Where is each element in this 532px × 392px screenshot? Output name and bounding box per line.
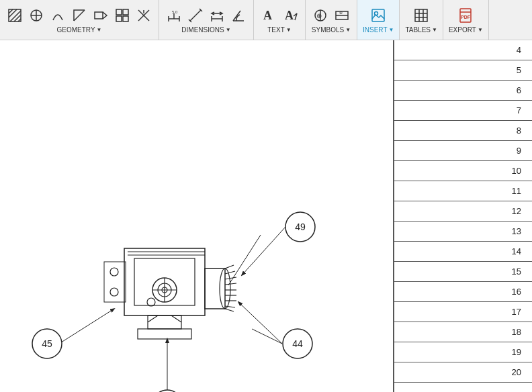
symbols-icon[interactable]: ⊕ <box>311 6 330 25</box>
svg-rect-40 <box>372 9 384 21</box>
export-pdf-icon[interactable]: PDF <box>456 6 475 25</box>
geometry-label[interactable]: GEOMETRY ▼ <box>57 26 102 34</box>
svg-rect-11 <box>116 9 122 15</box>
toolbar-group-symbols: ⊕ ⊕ SYMBOLS ▼ <box>306 0 357 40</box>
text-dropdown-arrow[interactable]: ▼ <box>286 27 292 33</box>
tables-icon[interactable] <box>412 6 431 25</box>
svg-point-53 <box>110 268 118 276</box>
leader-text-icon[interactable]: A <box>281 6 300 25</box>
svg-line-78 <box>242 227 285 275</box>
export-dropdown-arrow[interactable]: ▼ <box>478 27 483 33</box>
table-row[interactable]: 12 <box>394 201 532 222</box>
tables-label[interactable]: TABLES ▼ <box>405 26 437 34</box>
table-row[interactable]: 4 <box>394 40 532 60</box>
svg-rect-77 <box>138 329 191 339</box>
arc-icon[interactable] <box>48 6 67 25</box>
table-row[interactable]: 20 <box>394 362 532 383</box>
svg-line-73 <box>148 315 158 322</box>
svg-text:49: 49 <box>295 222 306 232</box>
svg-rect-12 <box>123 9 128 15</box>
table-row[interactable]: 11 <box>394 181 532 201</box>
svg-text:45: 45 <box>42 338 52 349</box>
table-row[interactable]: 19 <box>394 342 532 362</box>
svg-line-64 <box>225 271 235 274</box>
sym2-icon[interactable]: ⊕ <box>332 6 351 25</box>
toolbar-group-export: PDF EXPORT ▼ <box>443 0 489 40</box>
dimensions-label[interactable]: DIMENSIONS ▼ <box>181 26 230 34</box>
right-panel-table: 4567891011121314151617181920 <box>393 40 532 392</box>
svg-rect-13 <box>116 16 122 21</box>
dimensions-dropdown-arrow[interactable]: ▼ <box>226 27 231 33</box>
table-row[interactable]: 9 <box>394 141 532 161</box>
circle-icon[interactable] <box>27 6 46 25</box>
dim-aligned-icon[interactable] <box>186 6 205 25</box>
svg-line-9 <box>74 10 85 21</box>
geometry-dropdown-arrow[interactable]: ▼ <box>97 27 102 33</box>
svg-line-65 <box>225 277 236 279</box>
toolbar: GEOMETRY ▼ 5.0 <box>0 0 532 40</box>
dim-linear-icon[interactable]: 5.0 <box>165 6 183 25</box>
svg-text:⊕: ⊕ <box>339 11 343 15</box>
table-row[interactable]: 14 <box>394 242 532 262</box>
dim-radius-icon[interactable] <box>208 6 226 25</box>
main-area: 49 45 44 46 4567891011121314151617181920 <box>0 40 532 392</box>
symbols-label[interactable]: SYMBOLS ▼ <box>312 26 351 34</box>
toolbar-group-insert: INSERT ▼ <box>357 0 400 40</box>
svg-line-74 <box>171 315 181 322</box>
table-row[interactable]: 17 <box>394 302 532 322</box>
text-label[interactable]: TEXT ▼ <box>267 26 291 34</box>
line-corner-icon[interactable] <box>70 6 89 25</box>
trim-icon[interactable] <box>134 6 153 25</box>
table-row[interactable]: 13 <box>394 222 532 242</box>
table-row[interactable]: 16 <box>394 282 532 302</box>
svg-rect-61 <box>205 268 225 309</box>
svg-line-71 <box>225 309 234 311</box>
svg-text:PDF: PDF <box>461 15 471 19</box>
symbols-dropdown-arrow[interactable]: ▼ <box>345 27 351 33</box>
svg-text:5.0: 5.0 <box>172 10 178 14</box>
table-row[interactable]: 5 <box>394 60 532 81</box>
svg-rect-72 <box>148 315 181 329</box>
tables-dropdown-arrow[interactable]: ▼ <box>432 27 437 33</box>
toolbar-group-geometry: GEOMETRY ▼ <box>0 0 159 40</box>
svg-line-66 <box>225 283 236 285</box>
grid-icon[interactable] <box>113 6 132 25</box>
svg-rect-42 <box>415 9 427 21</box>
table-row[interactable]: 6 <box>394 81 532 101</box>
svg-text:A: A <box>285 9 294 22</box>
toolbar-group-dimensions: 5.0 <box>159 0 254 40</box>
export-label[interactable]: EXPORT ▼ <box>449 26 483 34</box>
svg-line-70 <box>225 306 235 307</box>
svg-line-1 <box>9 9 13 13</box>
hatch-icon[interactable] <box>5 6 24 25</box>
svg-text:44: 44 <box>292 338 303 349</box>
svg-line-23 <box>190 10 201 21</box>
insert-label[interactable]: INSERT ▼ <box>363 26 394 34</box>
svg-rect-14 <box>123 16 128 21</box>
toolbar-group-tables: TABLES ▼ <box>400 0 443 40</box>
svg-text:⊕: ⊕ <box>316 12 322 19</box>
table-row[interactable]: 18 <box>394 322 532 342</box>
svg-line-81 <box>252 329 282 344</box>
insert-image-icon[interactable] <box>369 6 388 25</box>
svg-line-80 <box>238 302 282 344</box>
svg-line-79 <box>59 309 114 344</box>
table-row[interactable]: 7 <box>394 101 532 121</box>
svg-line-63 <box>225 265 234 268</box>
text-icon[interactable]: A <box>259 6 278 25</box>
svg-point-54 <box>110 288 118 296</box>
insert-dropdown-arrow[interactable]: ▼ <box>389 27 394 33</box>
table-row[interactable]: 8 <box>394 121 532 141</box>
drawing-canvas[interactable]: 49 45 44 46 <box>0 40 393 392</box>
table-row[interactable]: 15 <box>394 262 532 282</box>
table-row[interactable]: 10 <box>394 161 532 181</box>
dim-angle-icon[interactable] <box>229 6 248 25</box>
move-icon[interactable] <box>91 6 110 25</box>
svg-text:A: A <box>263 9 272 22</box>
toolbar-group-text: A A TEXT ▼ <box>254 0 306 40</box>
svg-point-60 <box>147 298 155 306</box>
svg-rect-10 <box>95 12 103 19</box>
